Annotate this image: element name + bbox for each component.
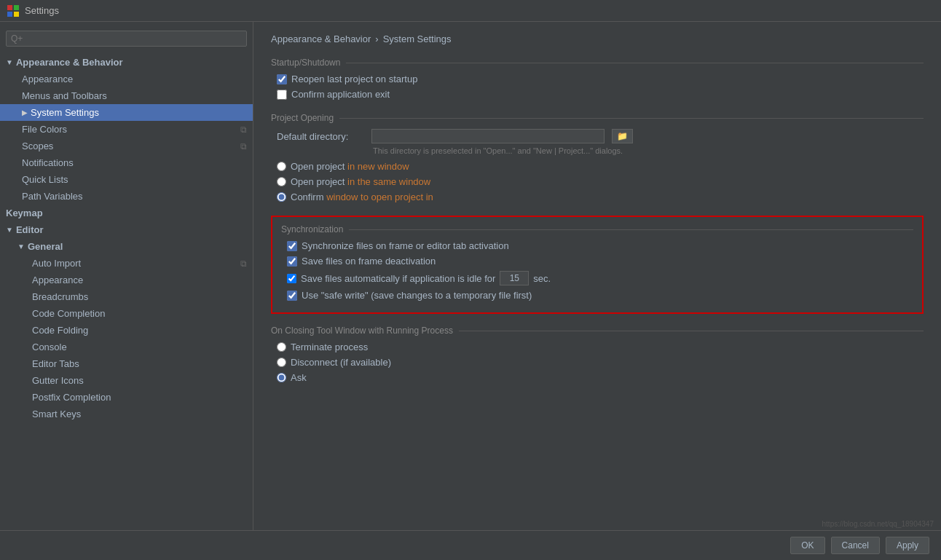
sidebar-item-auto-import[interactable]: Auto Import ⧉ <box>0 255 253 272</box>
radio-confirm-window: Confirm window to open project in <box>271 192 924 202</box>
search-bar[interactable] <box>0 26 253 51</box>
sync-label: Synchronization <box>281 224 913 234</box>
sidebar-item-keymap[interactable]: Keymap <box>0 205 253 221</box>
sidebar-group-editor-label: Editor <box>16 224 44 235</box>
sidebar-group-label: Appearance & Behavior <box>16 57 123 68</box>
radio-disconnect-input[interactable] <box>277 358 286 367</box>
default-directory-input[interactable] <box>371 129 605 143</box>
browse-folder-button[interactable]: 📁 <box>612 129 633 143</box>
sidebar-item-file-colors[interactable]: File Colors ⧉ <box>0 121 253 138</box>
radio-confirm-window-input[interactable] <box>277 192 286 202</box>
sidebar-item-code-folding[interactable]: Code Folding <box>0 322 253 339</box>
dialog-title: Settings <box>25 5 59 16</box>
closing-tool-section: On Closing Tool Window with Running Proc… <box>271 326 924 383</box>
default-directory-row: Default directory: 📁 <box>271 129 924 143</box>
expand-icon-editor: ▼ <box>6 226 13 234</box>
sidebar-item-editor-tabs[interactable]: Editor Tabs <box>0 355 253 372</box>
save-idle-label: Save files automatically if application … <box>301 273 495 284</box>
arrow-icon: ▶ <box>22 109 28 117</box>
reopen-last-project-row: Reopen last project on startup <box>271 74 924 84</box>
sidebar-item-gutter-icons[interactable]: Gutter Icons <box>0 372 253 389</box>
synchronization-section: Synchronization Synchronize files on fra… <box>271 216 924 314</box>
sidebar-group-editor[interactable]: ▼ Editor <box>0 221 253 238</box>
radio-ask-input[interactable] <box>277 373 286 382</box>
breadcrumb: Appearance & Behavior › System Settings <box>271 33 924 44</box>
radio-new-window-input[interactable] <box>277 162 286 171</box>
reopen-last-project-checkbox[interactable] <box>277 74 287 84</box>
sidebar-item-console[interactable]: Console <box>0 339 253 355</box>
closing-tool-label: On Closing Tool Window with Running Proc… <box>271 326 924 336</box>
bottom-bar: OK Cancel Apply https://blog.csdn.net/qq… <box>0 530 941 560</box>
radio-same-window: Open project in the same window <box>271 176 924 187</box>
ok-button[interactable]: OK <box>790 537 824 554</box>
safe-write-label: Use "safe write" (save changes to a temp… <box>302 290 532 301</box>
copy-icon-scopes: ⧉ <box>240 141 247 151</box>
sidebar-item-breadcrumbs[interactable]: Breadcrumbs <box>0 288 253 305</box>
sidebar-item-appearance2[interactable]: Appearance <box>0 272 253 288</box>
directory-hint: This directory is preselected in "Open..… <box>271 146 924 155</box>
project-opening-label: Project Opening <box>271 113 924 123</box>
radio-new-window-label: Open project in new window <box>291 161 409 172</box>
expand-icon-general: ▼ <box>17 242 25 251</box>
idle-seconds-input[interactable] <box>500 271 529 285</box>
sidebar-item-appearance[interactable]: Appearance <box>0 71 253 87</box>
radio-new-window: Open project in new window <box>271 161 924 172</box>
save-deactivation-row: Save files on frame deactivation <box>281 256 913 267</box>
radio-disconnect-label: Disconnect (if available) <box>291 357 391 368</box>
confirm-exit-row: Confirm application exit <box>271 89 924 100</box>
safe-write-checkbox[interactable] <box>287 291 297 301</box>
breadcrumb-current: System Settings <box>383 33 452 44</box>
sidebar-item-code-completion[interactable]: Code Completion <box>0 305 253 322</box>
sync-files-row: Synchronize files on frame or editor tab… <box>281 240 913 251</box>
search-input[interactable] <box>6 31 247 47</box>
sidebar-item-smart-keys[interactable]: Smart Keys <box>0 406 253 422</box>
save-deactivation-checkbox[interactable] <box>287 256 297 267</box>
sidebar-item-notifications[interactable]: Notifications <box>0 154 253 171</box>
expand-icon: ▼ <box>6 58 13 66</box>
radio-terminate: Terminate process <box>271 342 924 352</box>
sec-suffix: sec. <box>533 273 551 284</box>
sidebar-item-quick-lists[interactable]: Quick Lists <box>0 171 253 188</box>
svg-rect-1 <box>14 5 19 10</box>
svg-rect-0 <box>7 5 12 10</box>
sidebar-item-postfix-completion[interactable]: Postfix Completion <box>0 389 253 406</box>
copy-icon: ⧉ <box>240 125 247 135</box>
copy-icon-auto-import: ⧉ <box>240 259 247 269</box>
sync-files-checkbox[interactable] <box>287 241 297 251</box>
main-content: Appearance & Behavior › System Settings … <box>253 22 941 530</box>
confirm-exit-checkbox[interactable] <box>277 90 287 100</box>
sidebar-item-path-variables[interactable]: Path Variables <box>0 188 253 205</box>
save-idle-checkbox[interactable] <box>287 274 296 283</box>
default-directory-label: Default directory: <box>277 131 364 142</box>
svg-rect-2 <box>7 12 12 17</box>
cancel-button[interactable]: Cancel <box>831 537 880 554</box>
save-deactivation-label: Save files on frame deactivation <box>302 256 436 267</box>
radio-ask: Ask <box>271 372 924 383</box>
app-icon <box>7 5 19 17</box>
radio-terminate-label: Terminate process <box>291 342 368 352</box>
startup-section: Startup/Shutdown Reopen last project on … <box>271 58 924 100</box>
breadcrumb-parent: Appearance & Behavior <box>271 33 371 44</box>
radio-terminate-input[interactable] <box>277 342 286 352</box>
watermark: https://blog.csdn.net/qq_18904347 <box>822 520 934 528</box>
save-idle-row: Save files automatically if application … <box>281 271 913 285</box>
dialog-body: ▼ Appearance & Behavior Appearance Menus… <box>0 22 941 530</box>
sidebar-item-scopes[interactable]: Scopes ⧉ <box>0 138 253 154</box>
sidebar-group-appearance-behavior[interactable]: ▼ Appearance & Behavior <box>0 54 253 71</box>
title-bar: Settings <box>0 0 941 22</box>
sidebar: ▼ Appearance & Behavior Appearance Menus… <box>0 22 253 530</box>
svg-rect-3 <box>14 12 19 17</box>
radio-ask-label: Ask <box>291 372 307 383</box>
reopen-last-project-label: Reopen last project on startup <box>291 74 417 84</box>
apply-button[interactable]: Apply <box>886 537 929 554</box>
breadcrumb-separator: › <box>375 33 378 44</box>
radio-confirm-window-label: Confirm window to open project in <box>291 192 433 202</box>
sidebar-item-general[interactable]: ▼ General <box>0 238 253 255</box>
sidebar-item-system-settings[interactable]: ▶ System Settings <box>0 104 253 121</box>
confirm-exit-label: Confirm application exit <box>291 89 390 100</box>
sidebar-item-menus-toolbars[interactable]: Menus and Toolbars <box>0 87 253 104</box>
radio-disconnect: Disconnect (if available) <box>271 357 924 368</box>
radio-same-window-input[interactable] <box>277 177 286 186</box>
safe-write-row: Use "safe write" (save changes to a temp… <box>281 290 913 301</box>
project-opening-section: Project Opening Default directory: 📁 Thi… <box>271 113 924 202</box>
